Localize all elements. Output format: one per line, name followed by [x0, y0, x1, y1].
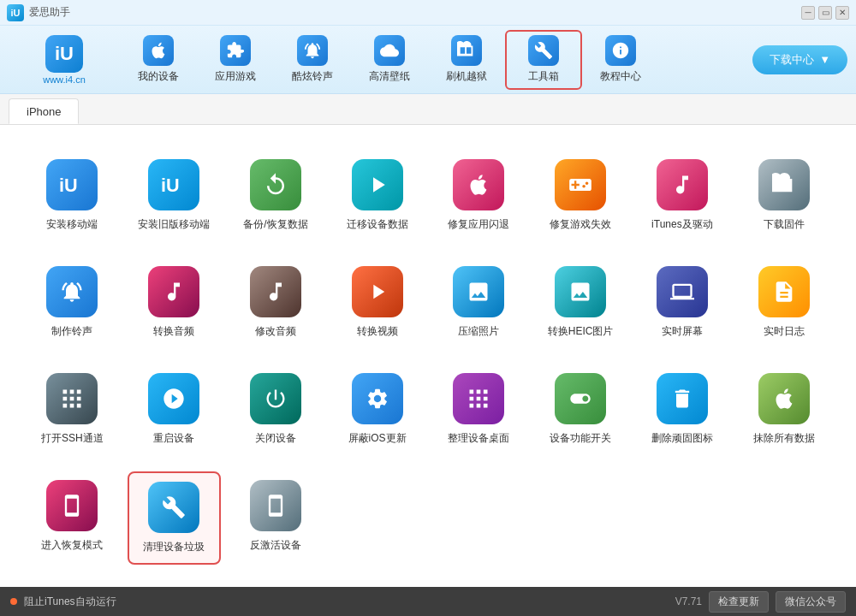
organize-desktop-label: 整理设备桌面: [448, 431, 509, 446]
device-toggle-icon: [555, 373, 606, 424]
clean-junk-icon: [148, 482, 199, 533]
install-app-label: 安装移动端: [46, 217, 98, 232]
tool-delete-icon[interactable]: 删除顽固图标: [636, 364, 729, 454]
toolbox-icon: [528, 35, 559, 66]
tool-install-old[interactable]: iU安装旧版移动端: [128, 151, 221, 240]
download-fw-icon: [758, 159, 810, 210]
status-dot: [10, 598, 17, 605]
convert-heic-label: 转换HEIC图片: [548, 324, 614, 339]
minimize-button[interactable]: ─: [801, 6, 815, 20]
recovery-mode-label: 进入恢复模式: [41, 538, 103, 553]
make-ring-label: 制作铃声: [51, 324, 92, 339]
shutdown-icon: [250, 373, 301, 424]
deactivate-label: 反激活设备: [250, 538, 301, 553]
compress-photo-label: 压缩照片: [458, 324, 499, 339]
tool-shutdown[interactable]: 关闭设备: [229, 364, 323, 454]
migrate-data-label: 迁移设备数据: [347, 217, 408, 232]
wipe-data-label: 抹除所有数据: [753, 431, 815, 446]
nav-app-game[interactable]: 应用游戏: [197, 30, 274, 90]
tool-convert-heic[interactable]: 转换HEIC图片: [534, 258, 627, 347]
nav-ringtone-label: 酷炫铃声: [292, 69, 333, 84]
svg-text:iU: iU: [59, 175, 78, 196]
nav-tutorial[interactable]: 教程中心: [582, 30, 659, 90]
tool-repair-game[interactable]: 修复游戏失效: [534, 151, 627, 240]
check-update-button[interactable]: 检查更新: [709, 591, 769, 613]
app-logo: iU: [45, 35, 83, 73]
nav-wallpaper[interactable]: 高清壁纸: [351, 30, 428, 90]
reboot-label: 重启设备: [153, 431, 194, 446]
iphone-tab[interactable]: iPhone: [9, 98, 79, 124]
app-title: 爱思助手: [29, 5, 70, 20]
title-bar-left: iU 爱思助手: [7, 4, 70, 21]
tool-device-toggle[interactable]: 设备功能开关: [534, 364, 627, 454]
migrate-data-icon: [352, 159, 403, 210]
nav-jailbreak-label: 刷机越狱: [446, 69, 487, 84]
tool-recovery-mode[interactable]: 进入恢复模式: [26, 471, 119, 565]
nav-my-device-label: 我的设备: [138, 69, 179, 84]
download-arrow-icon: ▼: [819, 53, 830, 66]
download-fw-label: 下载固件: [764, 217, 805, 232]
restore-button[interactable]: ▭: [818, 6, 832, 20]
tool-compress-photo[interactable]: 压缩照片: [432, 258, 526, 347]
nav-jailbreak[interactable]: 刷机越狱: [428, 30, 505, 90]
ssh-tunnel-icon: [46, 373, 98, 424]
device-toggle-label: 设备功能开关: [550, 431, 611, 446]
repair-game-label: 修复游戏失效: [550, 217, 611, 232]
realtime-log-icon: [758, 266, 810, 317]
tool-install-app[interactable]: iU安装移动端: [26, 151, 119, 240]
convert-audio-icon: [148, 266, 199, 317]
version-label: V7.71: [675, 595, 702, 607]
backup-restore-icon: [250, 159, 301, 210]
recovery-mode-icon: [46, 480, 98, 531]
status-bar: 阻止iTunes自动运行 V7.71 检查更新 微信公众号: [0, 587, 856, 616]
nav-bar: 我的设备 应用游戏 酷炫铃声 高清壁纸 刷机越狱: [120, 30, 752, 90]
tool-ssh-tunnel[interactable]: 打开SSH通道: [26, 364, 119, 454]
nav-ringtone[interactable]: 酷炫铃声: [274, 30, 351, 90]
tool-reboot[interactable]: 重启设备: [128, 364, 221, 454]
convert-audio-label: 转换音频: [153, 324, 194, 339]
header: iU www.i4.cn 我的设备 应用游戏 酷炫铃声: [0, 26, 856, 94]
make-ring-icon: [46, 266, 98, 317]
tool-backup-restore[interactable]: 备份/恢复数据: [229, 151, 323, 240]
repair-app-icon: [453, 159, 504, 210]
tool-download-fw[interactable]: 下载固件: [737, 151, 830, 240]
download-center-label: 下载中心: [770, 52, 814, 68]
tool-wipe-data[interactable]: 抹除所有数据: [737, 364, 830, 454]
nav-toolbox[interactable]: 工具箱: [505, 30, 582, 90]
compress-photo-icon: [453, 266, 504, 317]
reboot-icon: [148, 373, 199, 424]
nav-my-device[interactable]: 我的设备: [120, 30, 197, 90]
ssh-tunnel-label: 打开SSH通道: [41, 431, 104, 446]
tool-realtime-log[interactable]: 实时日志: [737, 258, 830, 347]
app-logo-small: iU: [7, 4, 24, 21]
wipe-data-icon: [758, 373, 810, 424]
tool-convert-audio[interactable]: 转换音频: [128, 258, 221, 347]
convert-video-icon: [352, 266, 403, 317]
nav-toolbox-label: 工具箱: [528, 69, 559, 84]
modify-audio-label: 修改音频: [255, 324, 296, 339]
tool-organize-desktop[interactable]: 整理设备桌面: [432, 364, 526, 454]
delete-icon-label: 删除顽固图标: [651, 431, 713, 446]
tool-clean-junk[interactable]: 清理设备垃圾: [128, 471, 221, 565]
tool-make-ring[interactable]: 制作铃声: [26, 258, 119, 347]
install-old-icon: iU: [148, 159, 199, 210]
tool-modify-audio[interactable]: 修改音频: [229, 258, 323, 347]
tools-grid: iU安装移动端iU安装旧版移动端备份/恢复数据迁移设备数据修复应用闪退修复游戏失…: [26, 142, 830, 573]
wechat-button[interactable]: 微信公众号: [776, 591, 846, 613]
tool-realtime-screen[interactable]: 实时屏幕: [636, 258, 729, 347]
status-text: 阻止iTunes自动运行: [24, 595, 669, 609]
convert-heic-icon: [555, 266, 606, 317]
nav-app-game-label: 应用游戏: [215, 69, 256, 84]
tool-deactivate[interactable]: 反激活设备: [229, 471, 323, 565]
ringtone-icon: [297, 35, 328, 66]
tool-migrate-data[interactable]: 迁移设备数据: [330, 151, 424, 240]
nav-wallpaper-label: 高清壁纸: [369, 69, 410, 84]
tool-block-update[interactable]: 屏蔽iOS更新: [330, 364, 424, 454]
tool-itunes-driver[interactable]: iTunes及驱动: [636, 151, 729, 240]
tool-repair-app[interactable]: 修复应用闪退: [432, 151, 526, 240]
close-button[interactable]: ✕: [835, 6, 849, 20]
logo-url: www.i4.cn: [43, 74, 86, 85]
tool-convert-video[interactable]: 转换视频: [330, 258, 424, 347]
svg-text:iU: iU: [161, 175, 180, 196]
download-center-button[interactable]: 下载中心 ▼: [752, 45, 847, 74]
